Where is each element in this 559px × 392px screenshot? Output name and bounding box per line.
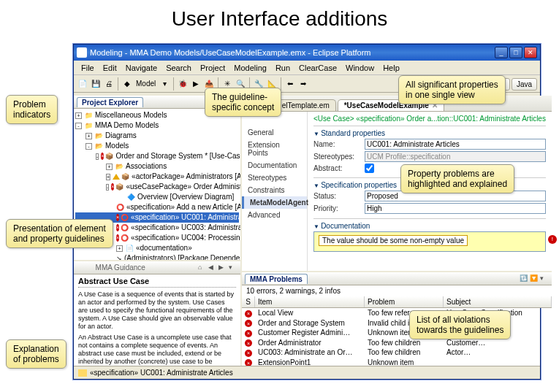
sidetab-advanced[interactable]: Advanced <box>242 209 307 221</box>
node-icon: ⭕ <box>116 204 124 211</box>
twisty-icon[interactable]: + <box>106 174 110 180</box>
problems-menu-icon[interactable]: ▾ <box>540 274 549 283</box>
sidetab-documentation[interactable]: Documentation <box>242 159 307 172</box>
twisty-icon[interactable]: - <box>75 123 82 129</box>
model-icon[interactable]: ◆ <box>121 78 133 90</box>
tree-node[interactable]: +📦«actorPackage» Administrators [Actor P… <box>75 172 239 182</box>
problem-item: Customer Register Admini… <box>255 328 365 337</box>
twisty-icon[interactable]: - <box>96 153 99 160</box>
run-icon[interactable]: ▶ <box>190 78 202 90</box>
col-item[interactable]: Item <box>255 296 365 307</box>
callout-property-problems: Property problems are highlighted and ex… <box>400 164 514 193</box>
guidance-title: Abstract Use Case <box>78 277 236 288</box>
tree-node[interactable]: 🔷Overview [Overview Diagram] <box>75 192 239 202</box>
menu-project[interactable]: Project <box>196 62 229 74</box>
tree-node[interactable]: -×📦«useCasePackage» Order Administration… <box>75 182 239 192</box>
sidetab-stereotypes[interactable]: Stereotypes <box>242 172 307 184</box>
twisty-icon[interactable]: + <box>85 133 92 139</box>
standard-group-title[interactable]: Standard properties <box>313 129 546 137</box>
stereotypes-input <box>365 151 546 162</box>
problems-summary: 10 errors, 2 warnings, 2 infos <box>242 285 552 296</box>
menu-navigate[interactable]: Navigate <box>121 62 161 74</box>
name-input[interactable] <box>365 139 546 150</box>
problems-tab: MMA Problems 🔃 🔽 ▾ <box>242 272 552 285</box>
error-icon: ! <box>548 235 557 244</box>
statusbar: «specification» UC001: Administrate Arti… <box>74 366 540 379</box>
minimize-button[interactable]: _ <box>495 47 508 58</box>
tree-node[interactable]: -📁MMA Demo Models <box>75 120 239 131</box>
tree-node[interactable]: +📂Diagrams <box>75 131 239 141</box>
callout-guideline-concept: The guideline- specific concept <box>205 88 281 117</box>
twisty-icon[interactable]: + <box>75 112 82 119</box>
perspective-java[interactable]: Java <box>512 78 537 91</box>
problem-item: Order Administrator <box>255 338 365 347</box>
node-label: MMA Demo Models <box>95 120 159 131</box>
menu-edit[interactable]: Edit <box>99 62 121 74</box>
twisty-icon[interactable]: - <box>106 184 109 191</box>
tree-node[interactable]: ⭕«specification» Add a new Article [Abst… <box>75 202 239 212</box>
back-icon[interactable]: ⬅ <box>284 78 296 90</box>
problem-row[interactable]: ×ExtensionPoint1Unknown item <box>242 358 552 366</box>
col-subject[interactable]: Subject <box>444 296 552 307</box>
menu-run[interactable]: Run <box>271 62 294 74</box>
menubar: File Edit Navigate Search Project Modeli… <box>74 61 540 75</box>
node-icon: 📦 <box>105 153 113 160</box>
tree-node[interactable]: -📂Models <box>75 141 239 151</box>
save-icon[interactable]: 💾 <box>90 78 102 90</box>
twisty-icon[interactable]: + <box>106 164 113 170</box>
problem-desc: Too few children <box>365 347 444 357</box>
sidetab-extension[interactable]: Extension Points <box>242 139 307 159</box>
problem-subject <box>444 361 552 363</box>
node-label: Miscellaneous Models <box>95 110 167 120</box>
guidance-menu-icon[interactable]: ▾ <box>229 264 237 272</box>
twisty-icon[interactable]: - <box>85 143 92 150</box>
menu-window[interactable]: Window <box>341 62 379 74</box>
documentation-field[interactable]: The value should be some non-empty value… <box>313 231 546 252</box>
error-icon: × <box>245 320 252 327</box>
priority-input[interactable] <box>365 203 546 214</box>
guidance-fwd-icon[interactable]: ▶ <box>218 264 227 272</box>
callout-all-properties: All significant properties in one single… <box>398 75 506 104</box>
editor-breadcrumb: <Use Case> «specification» Order a...tio… <box>313 115 546 123</box>
new-icon[interactable]: 📄 <box>77 78 88 90</box>
error-decorator-icon: × <box>111 183 114 191</box>
menu-search[interactable]: Search <box>161 62 196 74</box>
guidance-tab: x MMA Guidance ⌂ ◀ ▶ ▾ <box>74 261 240 274</box>
tree-node[interactable]: ↘(Administrators) [Package Dependency] <box>75 253 239 260</box>
guidance-home-icon[interactable]: ⌂ <box>198 264 207 272</box>
maximize-button[interactable]: □ <box>509 47 522 58</box>
problems-filter-icon[interactable]: 🔽 <box>530 274 539 283</box>
node-label: (Administrators) [Package Dependency] <box>124 253 240 260</box>
sidetab-metamodelagent[interactable]: MetaModelAgent <box>242 196 307 209</box>
project-explorer-tab-label[interactable]: Project Explorer <box>77 97 143 107</box>
close-button[interactable]: ✕ <box>524 47 537 58</box>
print-icon[interactable]: 🖨 <box>103 78 115 90</box>
warning-decorator-icon <box>113 174 120 180</box>
tree-node[interactable]: +📂Associations <box>75 161 239 172</box>
sidetab-general[interactable]: General <box>242 126 307 139</box>
sidetab-constraints[interactable]: Constraints <box>242 184 307 196</box>
menu-help[interactable]: Help <box>379 62 404 74</box>
node-label: «useCasePackage» Order Administration [U… <box>126 182 240 192</box>
menu-file[interactable]: File <box>77 62 99 74</box>
problems-tab-label[interactable]: MMA Problems <box>245 274 308 284</box>
debug-icon[interactable]: 🐞 <box>177 78 189 90</box>
col-severity[interactable]: S <box>242 296 255 307</box>
problem-item: Local View <box>255 308 365 318</box>
guidance-tab-label[interactable]: MMA Guidance <box>91 263 150 272</box>
problems-refresh-icon[interactable]: 🔃 <box>520 274 528 283</box>
tree-node[interactable]: -×📦Order and Storage System * [Use-Case … <box>75 151 239 161</box>
guidance-content: Abstract Use Case A Use Case is a sequen… <box>74 274 240 366</box>
guidance-back-icon[interactable]: ◀ <box>208 264 217 272</box>
twisty-icon[interactable]: + <box>116 245 123 252</box>
chevron-down-icon[interactable]: ▾ <box>159 78 170 90</box>
forward-icon[interactable]: ➡ <box>297 78 309 90</box>
menu-modeling[interactable]: Modeling <box>229 62 271 74</box>
problem-row[interactable]: ×UC003: Administrate an Or…Too few child… <box>242 347 552 358</box>
col-problem[interactable]: Problem <box>365 296 444 307</box>
model-dropdown-label[interactable]: Model <box>134 80 157 88</box>
doc-group-title[interactable]: Documentation <box>313 222 546 230</box>
abstract-checkbox[interactable] <box>365 164 374 173</box>
error-icon: × <box>245 350 252 357</box>
menu-clearcase[interactable]: ClearCase <box>294 62 341 74</box>
